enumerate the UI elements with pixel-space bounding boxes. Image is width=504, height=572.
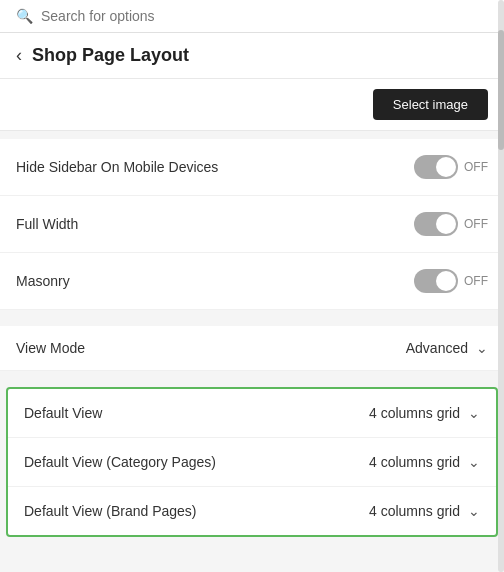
- view-mode-row: View Mode Advanced ⌄: [0, 326, 504, 371]
- masonry-label: Masonry: [16, 273, 70, 289]
- default-view-brand-dropdown[interactable]: 4 columns grid ⌄: [369, 503, 480, 519]
- view-mode-section: View Mode Advanced ⌄: [0, 326, 504, 371]
- full-width-switch[interactable]: [414, 212, 458, 236]
- full-width-label: Full Width: [16, 216, 78, 232]
- scrollbar-thumb[interactable]: [498, 30, 504, 150]
- default-view-brand-chevron-icon: ⌄: [468, 503, 480, 519]
- default-view-brand-label: Default View (Brand Pages): [24, 503, 197, 519]
- masonry-toggle[interactable]: OFF: [414, 269, 488, 293]
- default-view-category-chevron-icon: ⌄: [468, 454, 480, 470]
- hide-sidebar-row: Hide Sidebar On Mobile Devices OFF: [0, 139, 504, 196]
- default-view-chevron-icon: ⌄: [468, 405, 480, 421]
- full-width-toggle[interactable]: OFF: [414, 212, 488, 236]
- highlighted-section: Default View 4 columns grid ⌄ Default Vi…: [6, 387, 498, 537]
- view-mode-value: Advanced: [406, 340, 468, 356]
- default-view-category-dropdown[interactable]: 4 columns grid ⌄: [369, 454, 480, 470]
- default-view-label: Default View: [24, 405, 102, 421]
- masonry-switch[interactable]: [414, 269, 458, 293]
- page-header: ‹ Shop Page Layout: [0, 33, 504, 79]
- masonry-row: Masonry OFF: [0, 253, 504, 310]
- default-view-category-label: Default View (Category Pages): [24, 454, 216, 470]
- view-mode-label: View Mode: [16, 340, 85, 356]
- default-view-dropdown[interactable]: 4 columns grid ⌄: [369, 405, 480, 421]
- back-button[interactable]: ‹: [16, 45, 22, 66]
- select-image-row: Select image: [0, 79, 504, 131]
- hide-sidebar-toggle-label: OFF: [464, 160, 488, 174]
- default-view-value: 4 columns grid: [369, 405, 460, 421]
- settings-section: Hide Sidebar On Mobile Devices OFF Full …: [0, 139, 504, 310]
- search-input[interactable]: [41, 8, 488, 24]
- spacer-1: [0, 310, 504, 318]
- scrollbar[interactable]: [498, 0, 504, 572]
- page-container: 🔍 ‹ Shop Page Layout Select image Hide S…: [0, 0, 504, 537]
- search-bar: 🔍: [0, 0, 504, 33]
- full-width-row: Full Width OFF: [0, 196, 504, 253]
- spacer-2: [0, 371, 504, 379]
- default-view-category-value: 4 columns grid: [369, 454, 460, 470]
- search-icon: 🔍: [16, 8, 33, 24]
- hide-sidebar-toggle[interactable]: OFF: [414, 155, 488, 179]
- hide-sidebar-switch[interactable]: [414, 155, 458, 179]
- default-view-brand-value: 4 columns grid: [369, 503, 460, 519]
- select-image-button[interactable]: Select image: [373, 89, 488, 120]
- hide-sidebar-label: Hide Sidebar On Mobile Devices: [16, 159, 218, 175]
- page-title: Shop Page Layout: [32, 45, 189, 66]
- view-mode-dropdown[interactable]: Advanced ⌄: [406, 340, 488, 356]
- default-view-brand-row: Default View (Brand Pages) 4 columns gri…: [8, 487, 496, 535]
- default-view-row: Default View 4 columns grid ⌄: [8, 389, 496, 438]
- full-width-toggle-label: OFF: [464, 217, 488, 231]
- view-mode-chevron-icon: ⌄: [476, 340, 488, 356]
- masonry-toggle-label: OFF: [464, 274, 488, 288]
- default-view-category-row: Default View (Category Pages) 4 columns …: [8, 438, 496, 487]
